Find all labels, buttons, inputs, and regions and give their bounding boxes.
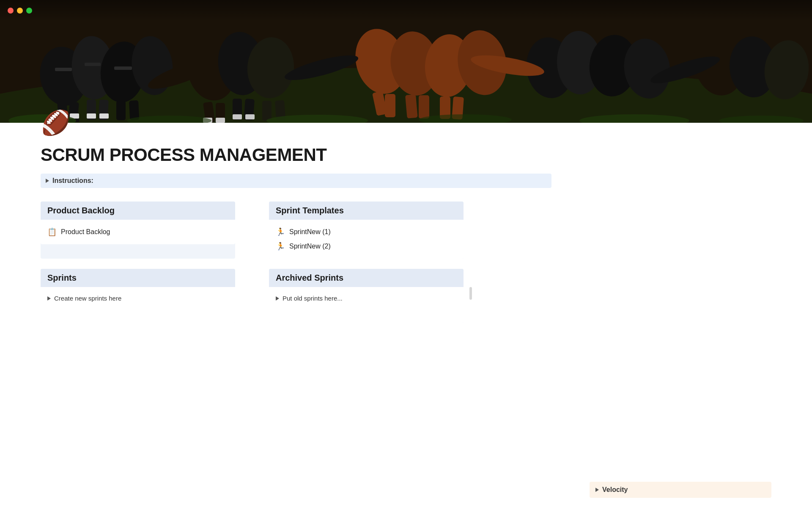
archived-sprints-section: Archived Sprints Put old sprints here...	[269, 269, 464, 323]
create-sprints-arrow-icon	[47, 296, 51, 301]
sprints-section: Sprints Create new sprints here	[41, 269, 235, 323]
svg-rect-14	[129, 100, 139, 120]
velocity-section: Velocity	[590, 482, 771, 498]
product-backlog-body: 📋 Product Backlog	[41, 220, 235, 244]
archived-sprints-arrow-icon	[276, 296, 279, 301]
create-sprints-label: Create new sprints here	[54, 295, 121, 302]
archived-sprints-label: Put old sprints here...	[283, 295, 343, 302]
create-sprints-toggle[interactable]: Create new sprints here	[47, 292, 228, 304]
archived-sprints-body: Put old sprints here...	[269, 287, 464, 323]
sprint-new-1-item[interactable]: 🏃 SprintNew (1)	[276, 225, 457, 239]
sprint-new-2-icon: 🏃	[276, 242, 285, 251]
archived-sprints-title: Archived Sprints	[276, 273, 343, 282]
svg-rect-41	[419, 95, 429, 119]
svg-rect-33	[245, 114, 255, 119]
product-backlog-title: Product Backlog	[47, 206, 115, 215]
instructions-arrow-icon	[46, 179, 49, 183]
page-content: 🏈 SCRUM PROCESS MANAGEMENT Instructions:…	[0, 108, 592, 323]
velocity-toggle[interactable]: Velocity	[590, 482, 771, 498]
svg-rect-32	[233, 114, 242, 119]
sprint-templates-title: Sprint Templates	[276, 206, 344, 215]
scrollbar[interactable]	[469, 287, 472, 300]
maximize-button[interactable]	[26, 8, 32, 14]
svg-rect-28	[262, 101, 272, 121]
close-button[interactable]	[8, 8, 14, 14]
product-backlog-section: Product Backlog 📋 Product Backlog	[41, 202, 235, 259]
sprint-templates-section: Sprint Templates 🏃 SprintNew (1) 🏃 Sprin…	[269, 202, 464, 259]
velocity-label: Velocity	[602, 486, 628, 494]
sprints-body: Create new sprints here	[41, 287, 235, 323]
svg-rect-40	[405, 94, 418, 119]
traffic-lights	[8, 8, 32, 14]
svg-rect-8	[114, 66, 132, 70]
sprint-new-1-text: SprintNew (1)	[289, 228, 331, 236]
sprint-new-2-text: SprintNew (2)	[289, 243, 331, 250]
svg-rect-17	[87, 113, 96, 119]
archived-sprints-toggle[interactable]: Put old sprints here...	[276, 292, 457, 304]
product-backlog-icon: 📋	[47, 227, 57, 237]
sections-grid: Product Backlog 📋 Product Backlog Sprint…	[41, 202, 464, 323]
page-title: SCRUM PROCESS MANAGEMENT	[41, 145, 551, 165]
product-backlog-item[interactable]: 📋 Product Backlog	[47, 225, 228, 239]
header-image	[0, 0, 812, 123]
sprint-templates-body: 🏃 SprintNew (1) 🏃 SprintNew (2)	[269, 220, 464, 259]
svg-rect-61	[0, 0, 812, 21]
page-icon: 🏈	[41, 108, 71, 138]
product-backlog-header: Product Backlog	[41, 202, 235, 220]
sprints-title: Sprints	[47, 273, 77, 282]
minimize-button[interactable]	[17, 8, 23, 14]
archived-sprints-header: Archived Sprints	[269, 269, 464, 287]
svg-rect-18	[99, 113, 109, 119]
instructions-toggle[interactable]: Instructions:	[41, 174, 551, 188]
svg-rect-31	[216, 118, 225, 123]
sprints-header: Sprints	[41, 269, 235, 287]
svg-rect-13	[116, 101, 126, 120]
svg-rect-7	[85, 63, 101, 66]
velocity-arrow-icon	[595, 488, 599, 492]
instructions-label: Instructions:	[52, 177, 93, 185]
sprint-new-1-icon: 🏃	[276, 227, 285, 237]
sprint-templates-header: Sprint Templates	[269, 202, 464, 220]
svg-rect-6	[55, 68, 72, 71]
svg-rect-39	[385, 94, 395, 117]
sprint-new-2-item[interactable]: 🏃 SprintNew (2)	[276, 239, 457, 254]
product-backlog-item-text: Product Backlog	[61, 228, 110, 236]
